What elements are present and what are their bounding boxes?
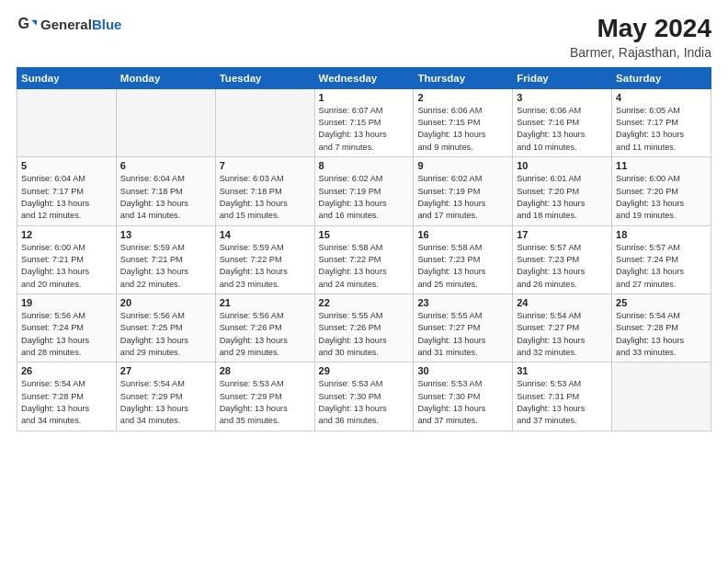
day-number: 1 — [319, 92, 410, 103]
week-row-2: 12Sunrise: 6:00 AMSunset: 7:21 PMDayligh… — [17, 225, 711, 293]
day-detail: Sunrise: 5:54 AMSunset: 7:29 PMDaylight:… — [120, 378, 211, 427]
day-detail: Sunrise: 5:57 AMSunset: 7:23 PMDaylight:… — [517, 242, 608, 291]
day-number: 3 — [517, 92, 608, 103]
day-detail: Sunrise: 5:55 AMSunset: 7:26 PMDaylight:… — [319, 310, 410, 359]
calendar-cell-2-6: 18Sunrise: 5:57 AMSunset: 7:24 PMDayligh… — [612, 225, 711, 293]
calendar-cell-1-6: 11Sunrise: 6:00 AMSunset: 7:20 PMDayligh… — [612, 157, 711, 225]
day-number: 31 — [517, 365, 608, 376]
calendar-cell-2-0: 12Sunrise: 6:00 AMSunset: 7:21 PMDayligh… — [17, 225, 117, 293]
day-number: 14 — [220, 229, 311, 240]
day-detail: Sunrise: 5:54 AMSunset: 7:28 PMDaylight:… — [616, 310, 707, 359]
day-detail: Sunrise: 5:55 AMSunset: 7:27 PMDaylight:… — [417, 310, 508, 359]
day-number: 25 — [616, 297, 707, 308]
calendar-cell-3-4: 23Sunrise: 5:55 AMSunset: 7:27 PMDayligh… — [414, 293, 513, 362]
calendar-cell-4-4: 30Sunrise: 5:53 AMSunset: 7:30 PMDayligh… — [414, 362, 513, 431]
day-number: 26 — [21, 365, 112, 376]
calendar-cell-4-0: 26Sunrise: 5:54 AMSunset: 7:28 PMDayligh… — [17, 362, 117, 431]
day-number: 13 — [120, 229, 211, 240]
calendar-cell-4-6 — [612, 362, 711, 431]
calendar-cell-0-1 — [116, 88, 215, 156]
calendar-cell-0-5: 3Sunrise: 6:06 AMSunset: 7:16 PMDaylight… — [513, 88, 612, 156]
day-number: 5 — [21, 160, 112, 171]
day-number: 28 — [220, 365, 311, 376]
day-detail: Sunrise: 5:54 AMSunset: 7:28 PMDaylight:… — [21, 378, 112, 427]
logo-general: GeneralBlue — [40, 17, 121, 33]
day-detail: Sunrise: 5:59 AMSunset: 7:22 PMDaylight:… — [220, 242, 311, 291]
day-detail: Sunrise: 6:07 AMSunset: 7:15 PMDaylight:… — [319, 105, 410, 154]
svg-marker-1 — [31, 20, 37, 26]
calendar-cell-2-1: 13Sunrise: 5:59 AMSunset: 7:21 PMDayligh… — [116, 225, 215, 293]
day-number: 21 — [220, 297, 311, 308]
calendar-cell-3-1: 20Sunrise: 5:56 AMSunset: 7:25 PMDayligh… — [116, 293, 215, 362]
weekday-header-row: Sunday Monday Tuesday Wednesday Thursday… — [17, 67, 711, 88]
calendar-cell-3-2: 21Sunrise: 5:56 AMSunset: 7:26 PMDayligh… — [215, 293, 314, 362]
calendar-cell-1-2: 7Sunrise: 6:03 AMSunset: 7:18 PMDaylight… — [215, 157, 314, 225]
calendar-cell-4-1: 27Sunrise: 5:54 AMSunset: 7:29 PMDayligh… — [116, 362, 215, 431]
week-row-0: 1Sunrise: 6:07 AMSunset: 7:15 PMDaylight… — [17, 88, 711, 156]
day-number: 17 — [517, 229, 608, 240]
week-row-4: 26Sunrise: 5:54 AMSunset: 7:28 PMDayligh… — [17, 362, 711, 431]
week-row-3: 19Sunrise: 5:56 AMSunset: 7:24 PMDayligh… — [17, 293, 711, 362]
calendar-cell-4-3: 29Sunrise: 5:53 AMSunset: 7:30 PMDayligh… — [314, 362, 414, 431]
calendar-cell-3-6: 25Sunrise: 5:54 AMSunset: 7:28 PMDayligh… — [612, 293, 711, 362]
day-detail: Sunrise: 5:56 AMSunset: 7:26 PMDaylight:… — [220, 310, 311, 359]
calendar-cell-4-5: 31Sunrise: 5:53 AMSunset: 7:31 PMDayligh… — [513, 362, 612, 431]
day-number: 11 — [616, 160, 707, 171]
day-detail: Sunrise: 6:04 AMSunset: 7:17 PMDaylight:… — [21, 173, 112, 222]
day-detail: Sunrise: 6:02 AMSunset: 7:19 PMDaylight:… — [319, 173, 410, 222]
calendar-cell-0-0 — [17, 88, 117, 156]
day-number: 12 — [21, 229, 112, 240]
day-detail: Sunrise: 6:03 AMSunset: 7:18 PMDaylight:… — [220, 173, 311, 222]
header-wednesday: Wednesday — [314, 67, 414, 88]
header-saturday: Saturday — [612, 67, 711, 88]
day-number: 6 — [120, 160, 211, 171]
calendar-cell-3-5: 24Sunrise: 5:54 AMSunset: 7:27 PMDayligh… — [513, 293, 612, 362]
calendar-cell-1-3: 8Sunrise: 6:02 AMSunset: 7:19 PMDaylight… — [314, 157, 414, 225]
calendar-cell-2-3: 15Sunrise: 5:58 AMSunset: 7:22 PMDayligh… — [314, 225, 414, 293]
day-number: 19 — [21, 297, 112, 308]
day-detail: Sunrise: 5:53 AMSunset: 7:30 PMDaylight:… — [417, 378, 508, 427]
calendar-cell-1-5: 10Sunrise: 6:01 AMSunset: 7:20 PMDayligh… — [513, 157, 612, 225]
week-row-1: 5Sunrise: 6:04 AMSunset: 7:17 PMDaylight… — [17, 157, 711, 225]
day-detail: Sunrise: 5:58 AMSunset: 7:23 PMDaylight:… — [417, 242, 508, 291]
logo: G GeneralBlue — [17, 15, 121, 35]
calendar-cell-3-3: 22Sunrise: 5:55 AMSunset: 7:26 PMDayligh… — [314, 293, 414, 362]
day-detail: Sunrise: 6:02 AMSunset: 7:19 PMDaylight:… — [417, 173, 508, 222]
calendar-cell-0-6: 4Sunrise: 6:05 AMSunset: 7:17 PMDaylight… — [612, 88, 711, 156]
day-detail: Sunrise: 5:56 AMSunset: 7:25 PMDaylight:… — [120, 310, 211, 359]
header-thursday: Thursday — [414, 67, 513, 88]
day-detail: Sunrise: 6:04 AMSunset: 7:18 PMDaylight:… — [120, 173, 211, 222]
day-number: 4 — [616, 92, 707, 103]
day-detail: Sunrise: 6:06 AMSunset: 7:15 PMDaylight:… — [417, 105, 508, 154]
main-title: May 2024 — [570, 15, 711, 43]
day-number: 10 — [517, 160, 608, 171]
day-detail: Sunrise: 6:06 AMSunset: 7:16 PMDaylight:… — [517, 105, 608, 154]
title-block: May 2024 Barmer, Rajasthan, India — [570, 15, 711, 60]
subtitle: Barmer, Rajasthan, India — [570, 45, 711, 60]
header-monday: Monday — [116, 67, 215, 88]
day-number: 22 — [319, 297, 410, 308]
calendar-cell-1-4: 9Sunrise: 6:02 AMSunset: 7:19 PMDaylight… — [414, 157, 513, 225]
header-friday: Friday — [513, 67, 612, 88]
day-number: 16 — [417, 229, 508, 240]
calendar-cell-1-1: 6Sunrise: 6:04 AMSunset: 7:18 PMDaylight… — [116, 157, 215, 225]
day-number: 27 — [120, 365, 211, 376]
calendar-cell-3-0: 19Sunrise: 5:56 AMSunset: 7:24 PMDayligh… — [17, 293, 117, 362]
day-number: 9 — [417, 160, 508, 171]
calendar-cell-4-2: 28Sunrise: 5:53 AMSunset: 7:29 PMDayligh… — [215, 362, 314, 431]
svg-text:G: G — [17, 15, 29, 31]
calendar-cell-0-3: 1Sunrise: 6:07 AMSunset: 7:15 PMDaylight… — [314, 88, 414, 156]
calendar-cell-0-4: 2Sunrise: 6:06 AMSunset: 7:15 PMDaylight… — [414, 88, 513, 156]
day-number: 2 — [417, 92, 508, 103]
day-detail: Sunrise: 6:01 AMSunset: 7:20 PMDaylight:… — [517, 173, 608, 222]
calendar-cell-1-0: 5Sunrise: 6:04 AMSunset: 7:17 PMDaylight… — [17, 157, 117, 225]
day-detail: Sunrise: 5:53 AMSunset: 7:31 PMDaylight:… — [517, 378, 608, 427]
day-detail: Sunrise: 6:00 AMSunset: 7:21 PMDaylight:… — [21, 242, 112, 291]
page: G GeneralBlue May 2024 Barmer, Rajasthan… — [0, 0, 728, 563]
day-detail: Sunrise: 6:05 AMSunset: 7:17 PMDaylight:… — [616, 105, 707, 154]
day-detail: Sunrise: 5:56 AMSunset: 7:24 PMDaylight:… — [21, 310, 112, 359]
calendar-cell-2-5: 17Sunrise: 5:57 AMSunset: 7:23 PMDayligh… — [513, 225, 612, 293]
day-detail: Sunrise: 5:54 AMSunset: 7:27 PMDaylight:… — [517, 310, 608, 359]
day-number: 15 — [319, 229, 410, 240]
day-number: 7 — [220, 160, 311, 171]
